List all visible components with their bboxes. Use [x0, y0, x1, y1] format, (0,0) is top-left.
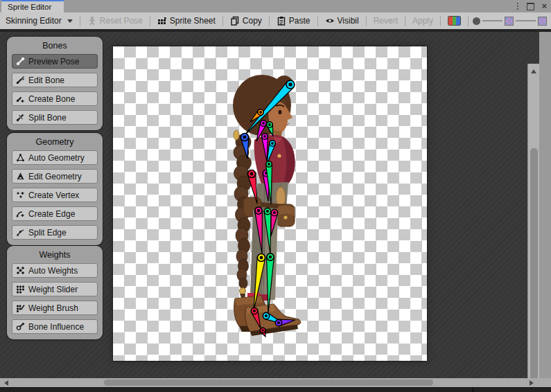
sprite-sheet-button[interactable]: Sprite Sheet	[155, 16, 218, 26]
skinning-toolbar: Skinning Editor Reset Pose Sprite Sheet …	[0, 12, 551, 29]
scroll-up-icon[interactable]	[531, 69, 536, 73]
tool-label: Weight Brush	[28, 303, 78, 313]
tool-label: Weight Slider	[28, 285, 78, 294]
panel-title: Weights	[7, 246, 103, 263]
vertical-scrollbar[interactable]	[527, 64, 539, 392]
sprite-sheet-icon	[157, 16, 167, 26]
tool-label: Auto Geometry	[28, 153, 85, 163]
reset-pose-icon	[87, 16, 97, 26]
create-vertex-icon	[16, 190, 25, 199]
tab-title: Sprite Editor	[8, 3, 51, 11]
tool-label: Split Edge	[28, 228, 67, 238]
editor-content-area: Bones Preview Pose Edit Bone Create Bone…	[0, 32, 539, 378]
weight-slider-button[interactable]: Weight Slider	[12, 282, 98, 296]
weight-brush-button[interactable]: Weight Brush	[12, 301, 98, 315]
tool-label: Bone Influence	[28, 322, 84, 332]
paste-label: Paste	[289, 16, 311, 26]
copy-label: Copy	[243, 16, 262, 26]
split-bone-button[interactable]: Split Bone	[12, 110, 98, 125]
tool-label: Edit Bone	[28, 75, 64, 85]
edit-geometry-icon	[16, 172, 25, 181]
auto-geometry-button[interactable]: Auto Geometry	[12, 150, 98, 165]
sprite-editor-window: Sprite Editor × Skinning Editor Reset Po…	[0, 0, 551, 392]
split-edge-icon	[16, 228, 25, 237]
auto-geometry-icon	[16, 153, 25, 162]
toolbar-separator	[80, 16, 80, 26]
weight-brush-icon	[16, 303, 25, 312]
visibility-button[interactable]: Visibil	[322, 16, 362, 26]
reset-pose-button[interactable]: Reset Pose	[85, 16, 146, 26]
tab-sprite-editor[interactable]: Sprite Editor	[1, 0, 64, 12]
tool-label: Create Edge	[28, 209, 75, 219]
scroll-right-icon[interactable]	[530, 380, 534, 386]
revert-button[interactable]: Revert	[371, 16, 401, 26]
edit-bone-button[interactable]: Edit Bone	[12, 73, 98, 87]
weight-slider-icon	[16, 285, 25, 294]
mode-dropdown[interactable]: Skinning Editor	[3, 16, 76, 26]
toolbar-separator	[150, 16, 150, 26]
bone-influence-icon	[16, 322, 25, 331]
geometry-panel: Geometry Auto Geometry Edit Geometry Cre…	[7, 133, 103, 245]
sprite-alpha-checker-icon	[505, 17, 514, 26]
tool-label: Preview Pose	[28, 57, 79, 66]
create-edge-icon	[16, 209, 25, 218]
toolbar-separator	[440, 16, 441, 26]
tool-label: Create Bone	[28, 94, 75, 104]
reset-pose-label: Reset Pose	[100, 16, 143, 26]
edit-bone-icon	[16, 75, 25, 84]
color-swatch-button[interactable]	[445, 16, 464, 26]
vertical-scrollbar-thumb[interactable]	[530, 148, 538, 392]
toolbar-separator	[366, 16, 367, 26]
weights-panel: Weights Auto Weights Weight Slider Weigh…	[7, 246, 103, 339]
opacity-sliders	[473, 17, 548, 26]
split-bone-icon	[16, 113, 25, 122]
rgb-swatch-icon	[448, 16, 461, 26]
toolbar-separator	[269, 16, 270, 26]
horizontal-scrollbar[interactable]	[0, 378, 551, 387]
scroll-left-icon[interactable]	[4, 380, 8, 386]
copy-icon	[230, 16, 240, 26]
close-icon[interactable]: ×	[541, 0, 547, 12]
bone-opacity-slider-track[interactable]	[516, 20, 536, 21]
sprite-opacity-slider-handle[interactable]	[473, 17, 480, 25]
bones-panel: Bones Preview Pose Edit Bone Create Bone…	[7, 37, 103, 130]
window-controls: ×	[516, 0, 547, 12]
auto-weights-button[interactable]: Auto Weights	[12, 263, 98, 278]
paste-button[interactable]: Paste	[274, 16, 313, 26]
paste-icon	[277, 16, 286, 26]
preview-pose-button[interactable]: Preview Pose	[12, 54, 98, 69]
split-edge-button[interactable]: Split Edge	[12, 225, 98, 240]
edit-geometry-button[interactable]: Edit Geometry	[12, 169, 98, 184]
tool-label: Create Vertex	[28, 190, 79, 200]
apply-button[interactable]: Apply	[410, 16, 436, 26]
sprite-sheet-label: Sprite Sheet	[170, 16, 216, 26]
copy-button[interactable]: Copy	[227, 16, 265, 26]
auto-weights-icon	[16, 266, 25, 275]
maximize-icon[interactable]	[527, 3, 534, 10]
mode-dropdown-label: Skinning Editor	[6, 16, 62, 26]
toolbar-separator	[405, 16, 405, 26]
create-vertex-button[interactable]: Create Vertex	[12, 188, 98, 202]
create-edge-button[interactable]: Create Edge	[12, 206, 98, 221]
preview-pose-icon	[16, 57, 25, 66]
sprite-canvas[interactable]	[113, 46, 427, 361]
window-bottom-edge	[0, 387, 551, 392]
tool-label: Split Bone	[28, 113, 67, 123]
revert-label: Revert	[374, 16, 398, 26]
create-bone-icon	[16, 94, 25, 103]
bone-influence-button[interactable]: Bone Influence	[12, 319, 98, 334]
visibility-label: Visibil	[338, 16, 359, 26]
eye-icon	[325, 16, 335, 26]
kebab-menu-icon[interactable]	[516, 1, 520, 11]
apply-label: Apply	[412, 16, 433, 26]
bone-alpha-checker-icon	[538, 17, 547, 26]
create-bone-button[interactable]: Create Bone	[12, 91, 98, 106]
sprite-opacity-slider-track[interactable]	[482, 20, 502, 21]
panel-title: Bones	[7, 37, 103, 54]
tool-label: Edit Geometry	[28, 172, 82, 181]
horizontal-scrollbar-thumb[interactable]	[104, 380, 433, 386]
panel-title: Geometry	[7, 133, 103, 150]
chevron-down-icon	[67, 19, 73, 23]
title-bar: Sprite Editor ×	[0, 0, 551, 13]
toolbar-separator	[317, 16, 318, 26]
